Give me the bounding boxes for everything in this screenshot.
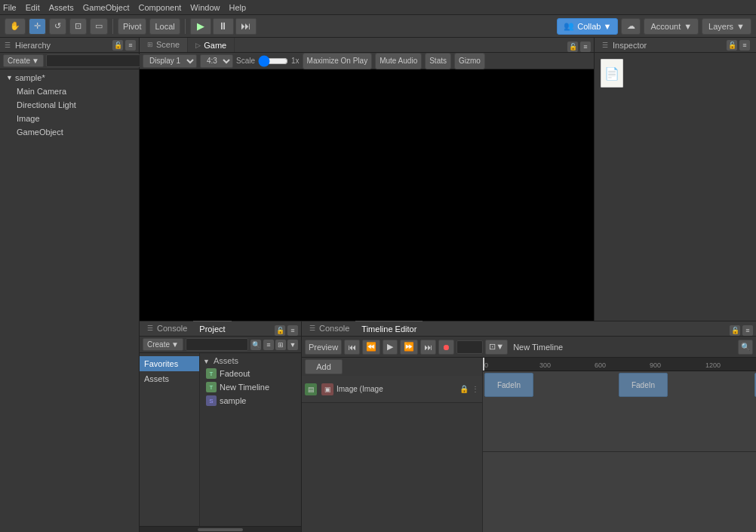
menu-help[interactable]: Help [229, 3, 246, 12]
account-button[interactable]: Account ▼ [644, 18, 699, 35]
menu-gameobject[interactable]: GameObject [83, 3, 130, 12]
stats-button[interactable]: Stats [425, 53, 451, 69]
timeline-next-button[interactable]: ⏩ [400, 340, 418, 355]
rect-tool-button[interactable]: ▭ [90, 18, 108, 35]
assets-search-icon[interactable]: 🔍 [250, 340, 261, 350]
clip-fadein-1[interactable]: FadeIn [619, 373, 668, 397]
favorites-item[interactable]: Favorites [140, 356, 199, 371]
main-layout: ☰ Hierarchy 🔓 ≡ Create ▼ All ≡ ▼ sample* [0, 38, 756, 532]
scene-game-panel: ⊞ Scene ▷ Game 🔓 ≡ Display 1 [140, 38, 594, 321]
hierarchy-item-image[interactable]: Image [0, 112, 139, 125]
track-lock-icon[interactable]: 🔒 [459, 385, 469, 393]
folder-expand-icon[interactable]: ▼ [203, 358, 210, 365]
timeline-time-input[interactable]: 0 [456, 340, 483, 354]
inspector-menu-icon[interactable]: ≡ [739, 40, 750, 51]
timeline-prev-button[interactable]: ⏪ [362, 340, 380, 355]
hierarchy-content: ▼ sample* Main Camera Directional Light … [0, 69, 139, 532]
assets-item[interactable]: Assets [140, 371, 199, 386]
assets-sidebar: Favorites Assets ▼ Assets T Fadeout [140, 353, 301, 526]
hierarchy-toolbar: Create ▼ All ≡ [0, 53, 139, 69]
game-view-area [140, 69, 594, 321]
account-chevron-icon: ▼ [684, 22, 692, 31]
timeline-start-button[interactable]: ⏮ [344, 340, 360, 355]
scene-lock-icon[interactable]: 🔓 [567, 42, 578, 52]
step-button[interactable]: ⏭ [235, 18, 257, 35]
game-tab[interactable]: ▷ Game [188, 38, 235, 52]
mute-audio-button[interactable]: Mute Audio [375, 53, 422, 69]
assets-filter-icon[interactable]: ▼ [287, 340, 298, 350]
aspect-select[interactable]: 4:3 [200, 54, 233, 68]
scale-slider[interactable] [258, 55, 288, 67]
asset-item-fadeout[interactable]: T Fadeout [203, 367, 298, 380]
timeline-record-button[interactable]: ⏺ [438, 340, 454, 355]
timeline-name-label: New Timeline [513, 343, 563, 352]
layers-button[interactable]: Layers ▼ [702, 18, 751, 35]
cloud-button[interactable]: ☁ [621, 18, 641, 35]
scale-tool-button[interactable]: ⊡ [69, 18, 87, 35]
project-tab[interactable]: Project [193, 321, 231, 336]
ruler-mark-0: 0 [484, 361, 488, 369]
project-lock-icon[interactable]: 🔓 [275, 325, 285, 336]
hierarchy-item-gameobject[interactable]: GameObject [0, 125, 139, 139]
asset-item-new-timeline[interactable]: T New Timeline [203, 380, 298, 394]
assets-create-button[interactable]: Create ▼ [143, 338, 183, 351]
track-menu-icon[interactable]: ⋮ [472, 385, 479, 393]
hierarchy-header-icons: 🔓 ≡ [112, 40, 136, 51]
pause-button[interactable]: ⏸ [213, 18, 234, 35]
timeline-search-icon[interactable]: 🔍 [738, 340, 753, 355]
menu-file[interactable]: File [3, 3, 17, 12]
timeline-lock-icon[interactable]: 🔓 [730, 325, 740, 336]
asset-icon-fadeout: T [206, 368, 217, 379]
scene-game-tab-bar: ⊞ Scene ▷ Game 🔓 ≡ [140, 38, 594, 53]
console-bottom-tab[interactable]: ☰ Console [302, 321, 355, 336]
play-button[interactable]: ▶ [190, 18, 211, 35]
create-chevron-icon: ▼ [32, 57, 39, 65]
hierarchy-menu-icon[interactable]: ≡ [125, 40, 136, 51]
hand-tool-button[interactable]: ✋ [5, 18, 26, 35]
assets-search-input[interactable] [186, 338, 248, 351]
inspector-lock-icon[interactable]: 🔓 [727, 40, 737, 51]
preview-button[interactable]: Preview [305, 340, 342, 355]
project-menu-icon[interactable]: ≡ [287, 325, 298, 336]
menu-edit[interactable]: Edit [26, 3, 40, 12]
hierarchy-item-main-camera[interactable]: Main Camera [0, 85, 139, 98]
hierarchy-item-directional-light[interactable]: Directional Light [0, 98, 139, 112]
timeline-content: Add ▤ ▣ Image (Image 🔒 ⋮ [302, 358, 756, 532]
asset-item-sample[interactable]: S sample [203, 394, 298, 407]
hierarchy-search-input[interactable] [46, 54, 149, 67]
timeline-add-button[interactable]: Add [305, 359, 343, 374]
ruler-mark-300: 300 [539, 361, 551, 369]
pivot-button[interactable]: Pivot [118, 18, 146, 35]
track-image-icon: ▣ [321, 383, 333, 395]
rotate-tool-button[interactable]: ↺ [49, 18, 66, 35]
timeline-editor-tab[interactable]: Timeline Editor [355, 321, 423, 336]
maximize-play-button[interactable]: Maximize On Play [303, 53, 373, 69]
menu-component[interactable]: Component [138, 3, 181, 12]
clip-fadein-0[interactable]: FadeIn [484, 373, 533, 397]
timeline-menu-icon[interactable]: ≡ [742, 325, 753, 336]
console-tab[interactable]: ☰ Console [140, 321, 193, 336]
timeline-end-button[interactable]: ⏭ [420, 340, 436, 355]
clips-track: FadeIn FadeIn FadeIn FadeIn [483, 371, 756, 452]
top-row: ⊞ Scene ▷ Game 🔓 ≡ Display 1 [140, 38, 756, 321]
menu-assets[interactable]: Assets [49, 3, 74, 12]
timeline-expand-button[interactable]: ⊡▼ [485, 340, 508, 355]
assets-grid-view-icon[interactable]: ⊞ [275, 340, 286, 350]
collab-button[interactable]: 👥 Collab ▼ [557, 18, 618, 35]
timeline-tab-bar: ☰ Console Timeline Editor 🔓 ≡ [302, 321, 756, 337]
hierarchy-create-button[interactable]: Create ▼ [3, 54, 44, 67]
scene-tab[interactable]: ⊞ Scene [140, 38, 188, 52]
menu-window[interactable]: Window [190, 3, 220, 12]
gizmos-button[interactable]: Gizmo [454, 53, 485, 69]
hierarchy-root-item[interactable]: ▼ sample* [0, 71, 139, 85]
display-select[interactable]: Display 1 [143, 54, 197, 68]
timeline-ruler[interactable]: 0 300 600 900 1200 1500 1800 1900 [483, 358, 756, 371]
local-button[interactable]: Local [149, 18, 180, 35]
hierarchy-lock-icon[interactable]: 🔓 [112, 40, 123, 51]
timeline-play-button[interactable]: ▶ [383, 340, 398, 355]
move-tool-button[interactable]: ✛ [29, 18, 46, 35]
assets-scrollbar[interactable] [140, 526, 301, 532]
scene-menu-icon[interactable]: ≡ [580, 42, 591, 52]
assets-list-view-icon[interactable]: ≡ [263, 340, 274, 350]
timeline-track-item: ▤ ▣ Image (Image 🔒 ⋮ [302, 376, 482, 403]
